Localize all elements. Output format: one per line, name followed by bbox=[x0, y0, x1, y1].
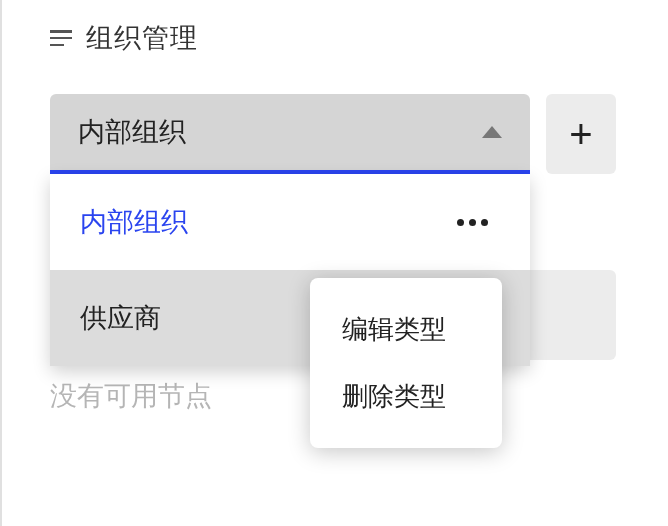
context-menu-edit-type[interactable]: 编辑类型 bbox=[310, 296, 502, 363]
empty-state-text: 没有可用节点 bbox=[50, 378, 212, 414]
select-selected-label: 内部组织 bbox=[78, 114, 186, 150]
chevron-up-icon bbox=[482, 126, 502, 138]
more-button[interactable] bbox=[444, 194, 500, 250]
dropdown-option-label: 内部组织 bbox=[80, 204, 188, 240]
plus-icon: + bbox=[569, 114, 592, 154]
page-title: 组织管理 bbox=[86, 20, 198, 56]
context-menu: 编辑类型 删除类型 bbox=[310, 278, 502, 448]
page-header: 组织管理 bbox=[50, 20, 668, 56]
org-type-select[interactable]: 内部组织 bbox=[50, 94, 530, 174]
more-icon bbox=[457, 219, 488, 226]
menu-icon bbox=[50, 30, 72, 46]
context-menu-delete-type[interactable]: 删除类型 bbox=[310, 363, 502, 430]
add-org-type-button[interactable]: + bbox=[546, 94, 616, 174]
dropdown-option-internal[interactable]: 内部组织 bbox=[50, 174, 530, 270]
dropdown-option-label: 供应商 bbox=[80, 300, 161, 336]
